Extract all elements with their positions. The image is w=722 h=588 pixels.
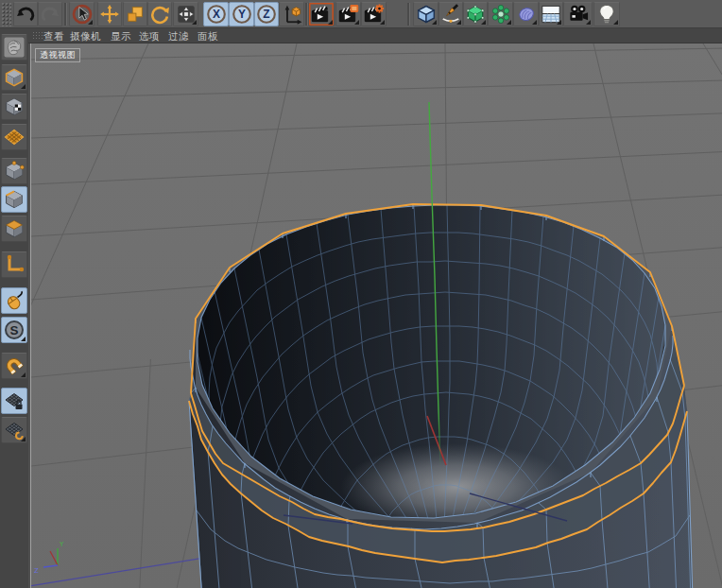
edit-render-settings-button[interactable] (361, 2, 387, 26)
workplane-mode-button[interactable] (1, 124, 27, 150)
live-selection-button[interactable] (69, 2, 95, 26)
tweak-mode-icon (3, 289, 26, 312)
subdivision-surface-button[interactable] (463, 2, 488, 26)
cinema4d-window: 查看摄像机显示选项过滤面板 Y Z 透视视图 (0, 0, 722, 588)
menu-2[interactable]: 摄像机 (70, 30, 101, 43)
perspective-viewport[interactable]: Y Z 透视视图 (28, 43, 722, 588)
move-icon (99, 4, 120, 25)
popup-corner-indicator (507, 20, 511, 25)
enable-snap-button[interactable] (1, 353, 27, 379)
popup-corner-indicator (456, 20, 461, 25)
viewport-label[interactable]: 透视视图 (35, 48, 80, 62)
menu-1[interactable]: 查看 (43, 30, 64, 43)
popup-corner-indicator (21, 84, 26, 89)
popup-corner-indicator (354, 20, 359, 25)
menubar-grip[interactable] (32, 31, 43, 41)
axis-y-icon (232, 4, 252, 25)
gizmo-y-label: Y (59, 541, 64, 548)
redo-icon (40, 4, 60, 25)
popup-corner-indicator (532, 20, 537, 25)
coordinate-system-button[interactable] (279, 2, 304, 26)
rotate-icon (149, 4, 170, 25)
make-editable-button[interactable] (1, 34, 27, 61)
menu-3[interactable]: 显示 (111, 30, 131, 43)
axis-z-icon (256, 4, 277, 25)
lock-workplane-button[interactable] (1, 388, 27, 414)
workplane-lock-icon (3, 389, 26, 412)
popup-corner-indicator (380, 20, 385, 25)
popup-corner-indicator (21, 437, 26, 441)
popup-corner-indicator (432, 20, 437, 25)
workplane-options-button[interactable] (1, 417, 27, 443)
popup-corner-indicator (21, 337, 26, 341)
toolbar-separator (64, 3, 67, 26)
points-mode-icon (3, 160, 26, 182)
draw-spline-button[interactable] (438, 2, 463, 26)
menu-5[interactable]: 过滤 (168, 30, 189, 43)
last-tool-button[interactable] (173, 2, 198, 26)
popup-corner-indicator (557, 20, 561, 25)
edges-mode-icon (3, 188, 26, 211)
main-toolbar (0, 0, 722, 28)
scale-button[interactable] (123, 2, 147, 26)
move-button[interactable] (97, 2, 122, 26)
popup-corner-indicator (586, 20, 591, 25)
model-mode-button[interactable] (1, 64, 27, 91)
rotate-button[interactable] (147, 2, 172, 26)
camera-object-button[interactable] (563, 2, 593, 26)
viewport-left-border (30, 43, 31, 588)
coord-system-icon (282, 4, 302, 25)
mode-palette (0, 28, 28, 588)
lock-z-axis-button[interactable] (254, 2, 279, 26)
light-object-button[interactable] (593, 2, 620, 26)
enable-axis-icon (3, 253, 26, 276)
add-cube-button[interactable] (413, 2, 438, 26)
undo-button[interactable] (13, 2, 38, 26)
lock-y-axis-button[interactable] (229, 2, 254, 26)
undo-icon (15, 4, 36, 25)
enable-axis-button[interactable] (1, 251, 27, 278)
scale-icon (125, 4, 146, 25)
polygons-mode-button[interactable] (1, 216, 27, 242)
workplane-mode-icon (3, 126, 26, 148)
texture-mode-icon (3, 95, 26, 118)
floor-environment-button[interactable] (539, 2, 563, 26)
toolbar-grip[interactable] (1, 2, 11, 26)
texture-mode-button[interactable] (1, 94, 27, 120)
popup-corner-indicator (192, 20, 197, 25)
popup-corner-indicator (88, 20, 93, 25)
make-editable-icon (3, 36, 26, 59)
popup-corner-indicator (328, 20, 333, 25)
viewport-scene: Y Z (31, 43, 722, 588)
toolbar-separator (407, 3, 410, 26)
render-view-button[interactable] (308, 2, 335, 26)
edges-mode-button[interactable] (1, 186, 27, 213)
axis-x-icon (206, 4, 227, 25)
gizmo-z-label: Z (34, 567, 39, 575)
lock-x-axis-button[interactable] (203, 2, 229, 26)
menu-4[interactable]: 选项 (139, 30, 160, 43)
polygons-mode-icon (3, 217, 26, 240)
menu-6[interactable]: 面板 (198, 30, 218, 43)
snap-settings-button[interactable] (1, 317, 27, 343)
viewport-menubar: 查看摄像机显示选项过滤面板 (28, 28, 722, 43)
array-generator-button[interactable] (488, 2, 513, 26)
points-mode-button[interactable] (1, 158, 27, 184)
popup-corner-indicator (481, 20, 486, 25)
metaball-button[interactable] (513, 2, 539, 26)
redo-button[interactable] (38, 2, 62, 26)
popup-corner-indicator (21, 372, 26, 377)
render-to-picture-viewer-button[interactable] (335, 2, 361, 26)
tweak-mode-button[interactable] (1, 287, 27, 314)
popup-corner-indicator (613, 20, 618, 25)
